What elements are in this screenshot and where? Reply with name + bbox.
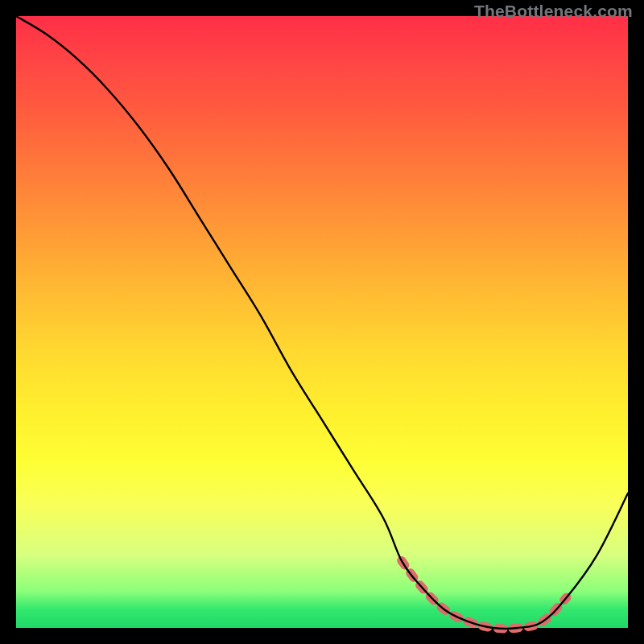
curve-layer (16, 16, 628, 628)
chart-container: TheBottleneck.com (0, 0, 644, 644)
watermark-text: TheBottleneck.com (474, 2, 633, 21)
optimal-range-dashed (402, 560, 567, 629)
bottleneck-curve (16, 16, 628, 629)
plot-area (16, 16, 628, 628)
